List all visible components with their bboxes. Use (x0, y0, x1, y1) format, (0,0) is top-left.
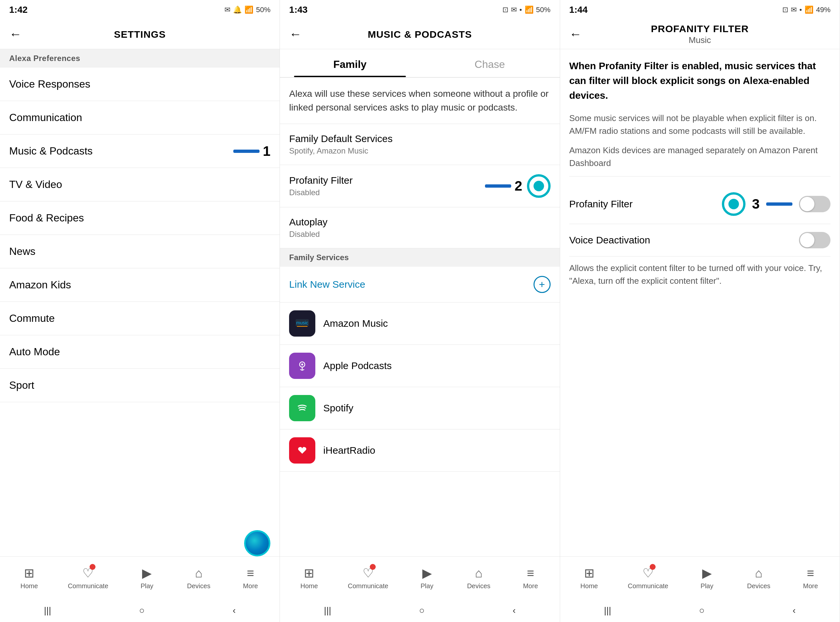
arrow-num-2: 2 (514, 178, 522, 194)
alexa-orb-1[interactable] (244, 530, 270, 556)
profanity-left: Profanity Filter Disabled (289, 175, 352, 197)
service-apple-podcasts[interactable]: Apple Podcasts (280, 345, 559, 387)
music-desc: Alexa will use these services when someo… (280, 78, 559, 124)
nav-home-2[interactable]: ⊞ Home (296, 566, 322, 590)
sys-home-3[interactable]: ○ (699, 605, 705, 616)
settings-item-communication[interactable]: Communication (0, 101, 280, 134)
sys-menu-1[interactable]: ||| (44, 605, 51, 616)
settings-item-label: Auto Mode (9, 346, 60, 358)
blue-arrow-2 (485, 180, 511, 192)
nav-home-1[interactable]: ⊞ Home (16, 566, 42, 590)
settings-item-news[interactable]: News (0, 235, 280, 268)
profanity-orb (527, 174, 550, 198)
profanity-orb-3 (722, 192, 745, 216)
status-icons-1: ✉ 🔔 📶 50% (224, 6, 270, 14)
back-button-2[interactable]: ← (289, 27, 302, 41)
profanity-filter-row[interactable]: Profanity Filter Disabled 2 (280, 165, 559, 207)
sys-back-1[interactable]: ‹ (233, 605, 236, 616)
communicate-badge-2 (370, 564, 376, 570)
nav-communicate-label-1: Communicate (68, 582, 108, 590)
settings-item-label: Amazon Kids (9, 279, 71, 291)
sys-menu-2[interactable]: ||| (324, 605, 331, 616)
autoplay-sub: Disabled (289, 230, 328, 239)
apple-podcasts-icon (289, 353, 315, 379)
settings-item-voice[interactable]: Voice Responses (0, 67, 280, 101)
sys-back-2[interactable]: ‹ (512, 605, 515, 616)
link-new-service[interactable]: Link New Service + (280, 267, 559, 302)
back-button-3[interactable]: ← (569, 27, 582, 41)
settings-item-label: Voice Responses (9, 78, 90, 90)
panel-music: 1:43 ⊡ ✉ • 📶 50% ← MUSIC & PODCASTS Fami… (280, 0, 560, 622)
nav-more-2[interactable]: ≡ More (517, 566, 544, 590)
alexa-prefs-label: Alexa Preferences (0, 49, 280, 67)
devices-icon-1: ⌂ (195, 566, 203, 580)
bottom-nav-2: ⊞ Home ♡ Communicate ▶ Play ⌂ Devices ≡ … (280, 556, 559, 599)
autoplay-row[interactable]: Autoplay Disabled (280, 207, 559, 248)
amazon-music-icon: music (289, 310, 315, 337)
nav-more-3[interactable]: ≡ More (797, 566, 823, 590)
sys-back-3[interactable]: ‹ (793, 605, 796, 616)
msg-icon-2: ✉ (511, 6, 517, 14)
family-default-title: Family Default Services (289, 133, 392, 144)
voice-deactivation-label: Voice Deactivation (569, 235, 650, 246)
settings-item-kids[interactable]: Amazon Kids (0, 268, 280, 302)
back-button-1[interactable]: ← (9, 27, 22, 41)
nav-communicate-1[interactable]: ♡ Communicate (68, 566, 108, 590)
nav-devices-3[interactable]: ⌂ Devices (745, 566, 772, 590)
service-iheartradio[interactable]: iHeartRadio (280, 430, 559, 472)
profanity-sub: Disabled (289, 188, 352, 197)
profanity-toggle[interactable] (799, 196, 831, 212)
profanity-orb-inner-3 (729, 199, 739, 209)
settings-item-commute[interactable]: Commute (0, 302, 280, 335)
settings-item-tv[interactable]: TV & Video (0, 168, 280, 201)
nav-more-1[interactable]: ≡ More (237, 566, 264, 590)
sys-menu-3[interactable]: ||| (604, 605, 611, 616)
family-services-label: Family Services (280, 248, 559, 267)
tab-family[interactable]: Family (280, 49, 420, 77)
nav-play-1[interactable]: ▶ Play (134, 566, 160, 590)
devices-icon-3: ⌂ (755, 566, 762, 580)
voice-deactivation-toggle[interactable] (799, 232, 831, 248)
status-icons-3: ⊡ ✉ • 📶 49% (782, 6, 831, 14)
plus-circle-icon[interactable]: + (534, 276, 550, 293)
battery-icon-3: 49% (816, 6, 831, 14)
sys-home-2[interactable]: ○ (419, 605, 425, 616)
blue-arrow-1 (233, 145, 259, 157)
nav-play-3[interactable]: ▶ Play (694, 566, 720, 590)
nav-devices-1[interactable]: ⌂ Devices (186, 566, 212, 590)
autoplay-title: Autoplay (289, 216, 328, 228)
nav-communicate-3[interactable]: ♡ Communicate (628, 566, 668, 590)
communicate-badge-1 (90, 564, 96, 570)
status-time-2: 1:43 (289, 5, 308, 15)
header-subtitle-3: Music (689, 35, 711, 45)
settings-item-sport[interactable]: Sport (0, 369, 280, 402)
status-bar-2: 1:43 ⊡ ✉ • 📶 50% (280, 0, 559, 20)
prof-sub-text-2: Amazon Kids devices are managed separate… (569, 144, 831, 169)
nav-devices-2[interactable]: ⌂ Devices (466, 566, 492, 590)
nav-play-2[interactable]: ▶ Play (414, 566, 440, 590)
tab-chase[interactable]: Chase (420, 49, 560, 77)
prof-filter-label: Profanity Filter (569, 198, 633, 210)
nav-communicate-label-2: Communicate (348, 582, 388, 590)
notif-icon-1: 🔔 (233, 6, 242, 14)
sys-nav-3: ||| ○ ‹ (560, 599, 840, 622)
bottom-nav-1: ⊞ Home ♡ Communicate ▶ Play ⌂ Devices ≡ … (0, 556, 280, 599)
nav-communicate-2[interactable]: ♡ Communicate (348, 566, 388, 590)
settings-item-auto[interactable]: Auto Mode (0, 335, 280, 369)
settings-item-music[interactable]: Music & Podcasts 1 (0, 134, 280, 168)
sys-home-1[interactable]: ○ (139, 605, 145, 616)
voice-deactivation-right (799, 232, 831, 248)
prof-filter-right: 3 (722, 192, 831, 216)
nav-home-3[interactable]: ⊞ Home (576, 566, 602, 590)
service-amazon-music[interactable]: music Amazon Music (280, 302, 559, 345)
nav-home-label-3: Home (581, 582, 598, 590)
status-icons-2: ⊡ ✉ • 📶 50% (502, 6, 550, 14)
settings-item-food[interactable]: Food & Recipes (0, 201, 280, 235)
voice-desc: Allows the explicit content filter to be… (569, 262, 831, 287)
service-spotify[interactable]: Spotify (280, 387, 559, 430)
prof-filter-row: Profanity Filter 3 (569, 184, 831, 224)
photo-icon-2: ⊡ (502, 6, 508, 14)
prof-divider (569, 176, 831, 177)
communicate-icon-1: ♡ (82, 566, 93, 580)
nav-communicate-label-3: Communicate (628, 582, 668, 590)
